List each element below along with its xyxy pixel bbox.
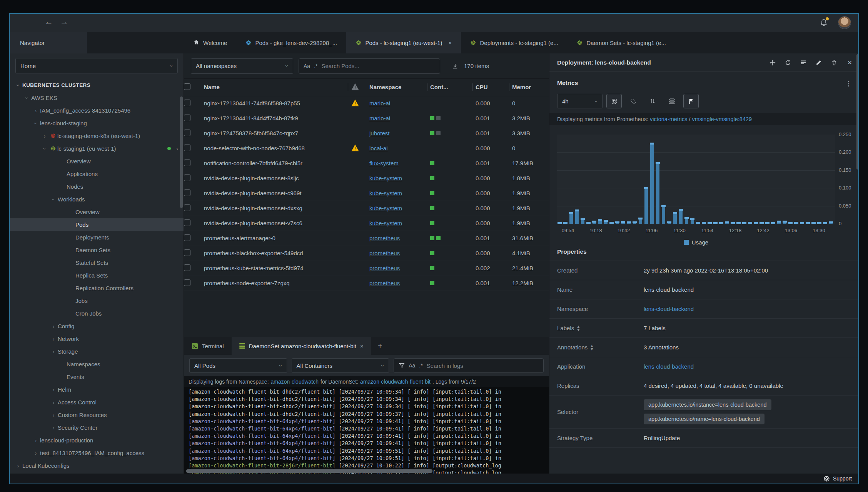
sidebar-item-daemon-sets[interactable]: Daemon Sets bbox=[10, 244, 184, 256]
sidebar-item-lenscloud-production[interactable]: ›lenscloud-production bbox=[10, 434, 184, 447]
chevron-down-icon[interactable]: › bbox=[33, 119, 39, 128]
sidebar-item-applications[interactable]: Applications bbox=[10, 168, 184, 180]
namespace-link[interactable]: prometheus bbox=[369, 235, 400, 241]
table-row[interactable]: nvidia-device-plugin-daemonset-v7sc6kube… bbox=[184, 216, 549, 231]
usage-bar[interactable] bbox=[569, 213, 573, 224]
namespace-link[interactable]: mario-ai bbox=[369, 100, 390, 106]
row-checkbox[interactable] bbox=[184, 175, 190, 181]
usage-bar[interactable] bbox=[829, 222, 833, 224]
chevron-right-icon[interactable]: › bbox=[49, 323, 58, 329]
sidebar-item-network[interactable]: ›Network bbox=[10, 332, 184, 345]
usage-bar[interactable] bbox=[604, 221, 608, 224]
row-checkbox[interactable] bbox=[184, 264, 190, 271]
usage-bar[interactable] bbox=[731, 223, 734, 224]
back-button[interactable]: ← bbox=[45, 17, 53, 27]
chevron-right-icon[interactable]: › bbox=[32, 108, 40, 114]
table-row[interactable]: notification-controller-7bfbfd6479-cbl5r… bbox=[184, 156, 549, 171]
column-namespace[interactable]: Namespace bbox=[369, 79, 430, 96]
sidebar-item-replica-sets[interactable]: Replica Sets bbox=[10, 269, 184, 282]
close-tab-icon[interactable]: × bbox=[448, 40, 452, 46]
row-checkbox[interactable] bbox=[184, 189, 190, 196]
selector-chip[interactable]: app.kubernetes.io/name=lens-cloud-backen… bbox=[644, 414, 765, 424]
chart-legend[interactable]: Usage bbox=[557, 239, 835, 246]
usage-bar[interactable] bbox=[633, 222, 636, 224]
column-warning[interactable] bbox=[351, 79, 369, 96]
sidebar-item-local-kubeconfigs[interactable]: ›Local Kubeconfigs bbox=[10, 459, 184, 472]
namespace-link[interactable]: kube-system bbox=[369, 175, 402, 181]
edit-pencil-icon[interactable] bbox=[815, 59, 822, 66]
pod-filter[interactable]: All Pods › bbox=[189, 358, 287, 373]
usage-bar[interactable] bbox=[789, 223, 792, 224]
row-checkbox[interactable] bbox=[184, 130, 190, 136]
sidebar-item-pods[interactable]: Pods bbox=[10, 218, 184, 231]
tag-icon[interactable] bbox=[626, 94, 641, 108]
add-tab-button[interactable]: + bbox=[371, 337, 389, 355]
delete-trash-icon[interactable] bbox=[831, 59, 838, 66]
tab-daemon-sets-lc-staging1-e[interactable]: ☸Daemon Sets - lc-staging1 (e... bbox=[568, 32, 675, 53]
row-checkbox[interactable] bbox=[184, 145, 190, 151]
namespace-link[interactable]: kube-system bbox=[369, 205, 402, 211]
usage-bar[interactable] bbox=[708, 223, 711, 224]
table-row[interactable]: prometheus-node-exporter-7zgxqprometheus… bbox=[184, 276, 549, 291]
namespace-link[interactable]: kube-system bbox=[369, 190, 402, 196]
close-tab-icon[interactable]: × bbox=[360, 343, 364, 349]
chevron-right-icon[interactable]: › bbox=[49, 387, 58, 393]
usage-bar[interactable] bbox=[702, 223, 706, 224]
stacked-rows-icon[interactable] bbox=[664, 94, 679, 108]
daemonset-logs-tab[interactable]: DaemonSet amazon-cloudwatch-fluent-bit × bbox=[232, 337, 371, 355]
usage-bar[interactable] bbox=[616, 222, 619, 224]
row-checkbox[interactable] bbox=[184, 204, 190, 211]
namespace-link[interactable]: juhotest bbox=[369, 130, 390, 136]
select-all-checkbox[interactable] bbox=[184, 83, 190, 90]
usage-bar[interactable] bbox=[644, 188, 648, 224]
catalog-selector[interactable]: Home › bbox=[15, 58, 178, 73]
sidebar-item-custom-resources[interactable]: ›Custom Resources bbox=[10, 409, 184, 421]
close-panel-icon[interactable]: × bbox=[848, 58, 852, 67]
column-containers[interactable]: Cont... bbox=[430, 79, 476, 96]
usage-bar[interactable] bbox=[598, 219, 602, 224]
sidebar-scrollbar[interactable] bbox=[180, 96, 183, 208]
chevron-right-icon[interactable]: › bbox=[32, 437, 40, 444]
usage-bar[interactable] bbox=[627, 222, 631, 224]
chevron-down-icon[interactable]: › bbox=[15, 81, 21, 90]
row-checkbox[interactable] bbox=[184, 219, 190, 226]
chevron-right-icon[interactable]: › bbox=[176, 145, 178, 152]
sidebar-item-cron-jobs[interactable]: Cron Jobs bbox=[10, 307, 184, 320]
namespace-link[interactable]: kube-system bbox=[369, 220, 402, 226]
usage-bar[interactable] bbox=[639, 218, 642, 224]
usage-bar[interactable] bbox=[800, 223, 804, 224]
namespace-link[interactable]: prometheus bbox=[369, 280, 400, 286]
usage-bar[interactable] bbox=[668, 222, 671, 224]
match-case-icon[interactable]: Aa bbox=[409, 362, 415, 369]
chevron-down-icon[interactable]: › bbox=[50, 195, 57, 204]
menu-lines-icon[interactable] bbox=[800, 59, 807, 66]
filter-funnel-icon[interactable] bbox=[399, 362, 405, 369]
usage-bar[interactable] bbox=[719, 223, 723, 224]
property-value-link[interactable]: lens-cloud-backend bbox=[644, 363, 694, 370]
usage-bar[interactable] bbox=[662, 206, 665, 224]
sort-updown-icon[interactable]: ▴▾ bbox=[591, 344, 593, 351]
chevron-right-icon[interactable]: › bbox=[49, 399, 58, 406]
logs-search-input[interactable]: Aa .* Search in logs bbox=[394, 358, 544, 373]
chart-plot-area[interactable] bbox=[557, 135, 835, 224]
usage-bar[interactable] bbox=[581, 219, 584, 224]
namespace-link[interactable]: prometheus bbox=[369, 250, 400, 256]
table-row[interactable]: prometheus-blackbox-exporter-549dcdprome… bbox=[184, 246, 549, 261]
table-row[interactable]: nvidia-device-plugin-daemonset-dxsxgkube… bbox=[184, 201, 549, 216]
usage-bar[interactable] bbox=[760, 223, 763, 224]
usage-bar[interactable] bbox=[777, 221, 781, 224]
sidebar-item-stateful-sets[interactable]: Stateful Sets bbox=[10, 256, 184, 269]
chevron-right-icon[interactable]: › bbox=[14, 463, 22, 469]
row-checkbox[interactable] bbox=[184, 115, 190, 121]
usage-bar[interactable] bbox=[696, 223, 700, 224]
sidebar-item-storage[interactable]: ›Storage bbox=[10, 345, 184, 358]
namespace-link[interactable]: mario-ai bbox=[369, 115, 390, 121]
table-row[interactable]: prometheus-alertmanager-0prometheus0.001… bbox=[184, 231, 549, 246]
chevron-right-icon[interactable]: › bbox=[40, 133, 49, 139]
prometheus-endpoint-link[interactable]: vmsingle-vmsingle:8429 bbox=[692, 116, 752, 122]
chevron-right-icon[interactable]: › bbox=[49, 349, 58, 355]
sidebar-item-lc-staging-demo-k8s-eu-west-1[interactable]: ›☸lc-staging-demo-k8s (eu-west-1) bbox=[10, 130, 184, 142]
column-name[interactable]: Name bbox=[204, 79, 351, 96]
namespace-link[interactable]: prometheus bbox=[369, 265, 400, 271]
usage-bar[interactable] bbox=[593, 221, 596, 224]
